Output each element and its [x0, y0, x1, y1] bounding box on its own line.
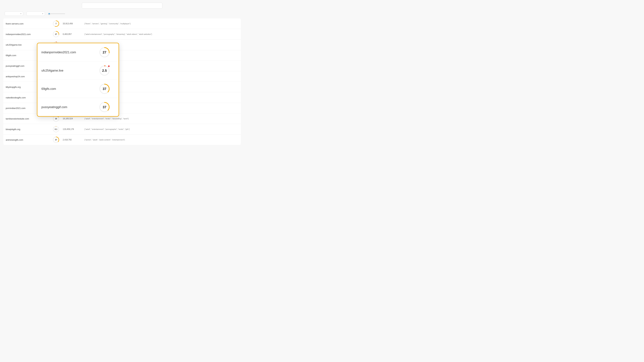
domain-name: tamilsexstoriestube.com [6, 117, 49, 120]
score-text: 37 [55, 139, 57, 141]
score-text: 27 [55, 33, 57, 35]
popup-score-wrap: 37 [94, 101, 114, 113]
tags-cell: ["anime", "adult", "adult-content", "ent… [84, 139, 238, 141]
popup-domain: 69gifs.com [42, 87, 94, 91]
tags-cell: ["adult", "entertainment", "erotic", "st… [84, 118, 238, 120]
domain-name: indianpornvideo2021.com [6, 33, 49, 35]
score-circle-wrap: 37 [49, 136, 63, 143]
score-circle: 37 [52, 136, 60, 143]
score-circle-wrap: 27 [49, 31, 63, 38]
domain-name: fivem-servers.com [6, 22, 49, 25]
highlight-popup: indianpornvideo2021.com 27 ufc254game.li… [37, 43, 119, 117]
domain-length-filter [48, 13, 65, 14]
tags-cell: ["fivem", "servers", "gaming", "communit… [84, 23, 238, 25]
traffic-number: 16,165,524 [63, 117, 84, 120]
traffic-number: 33,913,456 [63, 22, 84, 25]
tld-filter-group: ▾ [5, 11, 23, 16]
slider-thumb[interactable] [48, 13, 50, 15]
popup-score-text: 27 [103, 50, 106, 54]
tags-cell: ["adult", "entertainment", "pornographic… [84, 128, 238, 130]
word-filter-group: ▾ [26, 11, 45, 16]
popup-row: indianpornvideo2021.com 27 [38, 43, 118, 61]
domain-table: fivem-servers.com 7 33,913,456 ["fivem",… [3, 18, 241, 145]
popup-score-wrap: 27 [94, 46, 114, 58]
popup-score-text: 2.5 [102, 69, 107, 72]
popup-domain: ufc254game.live [42, 69, 94, 72]
chevron-down-icon: ▾ [20, 13, 21, 14]
word-select[interactable]: ▾ [26, 11, 45, 16]
domain-name: blowjobgifs.org [6, 128, 49, 131]
traffic-number: 6,463,957 [63, 33, 84, 35]
tags-cell: ["adult entertainment", "pornography", "… [84, 33, 238, 35]
domain-length-slider-track [48, 13, 65, 14]
table-row: indianpornvideo2021.com 27 6,463,957 ["a… [3, 29, 241, 39]
score-circle: 27 [52, 31, 60, 38]
popup-domain: indianpornvideo2021.com [42, 51, 94, 54]
popup-row: ufc254game.live 2.5 [38, 61, 118, 80]
popup-score-text: 37 [103, 105, 106, 109]
score-circle-wrap: 7 [49, 20, 63, 27]
popup-score-circle: 27 [98, 46, 110, 58]
popup-row: 69gifs.com 37 [38, 80, 118, 98]
domain-name: animesexgifs.com [6, 139, 49, 141]
popup-score-wrap: 37 [94, 83, 114, 95]
popup-domain: pussyeatinggif.com [42, 105, 94, 109]
score-text: 0.1 [55, 128, 57, 130]
score-circle: 7 [52, 20, 60, 27]
popup-score-circle: 2.5 [98, 64, 110, 77]
popup-score-text: 37 [103, 87, 106, 91]
score-circle: 0.1 [52, 126, 60, 133]
table-row: animesexgifs.com 37 2,418,792 ["anime", … [3, 135, 241, 145]
popup-score-circle: 37 [98, 101, 110, 113]
score-text: 7 [56, 23, 56, 25]
table-row: blowjobgifs.org 0.1 119,459,178 ["adult"… [3, 124, 241, 135]
traffic-number: 119,459,178 [63, 128, 84, 130]
tld-select[interactable]: ▾ [5, 11, 23, 16]
popup-row: pussyeatinggif.com 37 [38, 98, 118, 116]
table-row: fivem-servers.com 7 33,913,456 ["fivem",… [3, 18, 241, 29]
popup-score-circle: 37 [98, 83, 110, 95]
traffic-number: 2,418,792 [63, 139, 84, 141]
search-input[interactable] [82, 3, 162, 8]
chevron-down-icon-2: ▾ [42, 13, 43, 14]
popup-score-wrap: 2.5 [94, 64, 114, 77]
score-circle-wrap: 0.1 [49, 126, 63, 133]
score-text: 15 [55, 118, 57, 120]
